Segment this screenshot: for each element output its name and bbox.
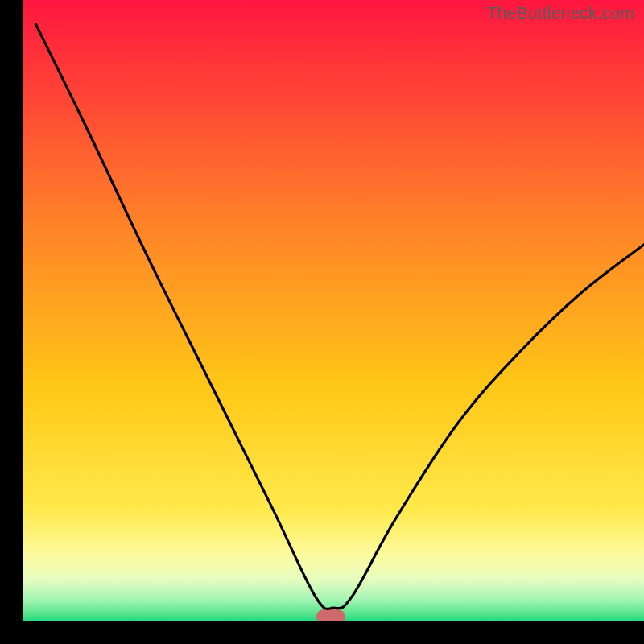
left-black-band [0, 0, 23, 644]
svg-rect-0 [0, 0, 644, 644]
gradient-background [0, 0, 644, 644]
bottom-black-band [0, 621, 644, 644]
watermark-text: TheBottleneck.com [487, 3, 634, 23]
chart-stage: TheBottleneck.com [0, 0, 644, 644]
